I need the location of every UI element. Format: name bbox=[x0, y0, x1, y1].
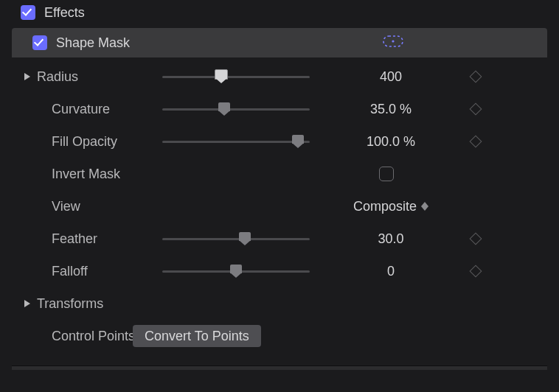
transforms-disclosure[interactable] bbox=[22, 299, 32, 308]
effects-section-header: Effects bbox=[0, 0, 559, 25]
param-row-fill-opacity: Fill Opacity 100.0 % bbox=[12, 125, 547, 158]
feather-value[interactable]: 30.0 bbox=[324, 231, 457, 247]
shape-mask-icon bbox=[382, 34, 404, 52]
transforms-label: Transforms bbox=[37, 296, 162, 312]
curvature-keyframe[interactable] bbox=[457, 105, 494, 113]
param-row-transforms: Transforms bbox=[12, 287, 547, 320]
view-label: View bbox=[37, 199, 162, 214]
updown-arrows-icon bbox=[421, 202, 428, 211]
svg-marker-5 bbox=[24, 300, 30, 307]
param-row-falloff: Falloff 0 bbox=[12, 255, 547, 287]
view-value: Composite bbox=[353, 199, 417, 214]
view-popup[interactable]: Composite bbox=[353, 199, 428, 214]
radius-keyframe[interactable] bbox=[457, 72, 494, 81]
convert-to-points-button[interactable]: Convert To Points bbox=[133, 325, 261, 347]
radius-slider[interactable] bbox=[162, 70, 310, 83]
effects-enable-checkbox[interactable] bbox=[21, 5, 35, 20]
feather-label: Feather bbox=[37, 231, 162, 247]
svg-marker-2 bbox=[24, 73, 30, 80]
param-row-feather: Feather 30.0 bbox=[12, 223, 547, 255]
panel-bottom-divider bbox=[12, 365, 547, 370]
param-row-control-points: Control Points Convert To Points bbox=[12, 320, 547, 352]
curvature-value[interactable]: 35.0 % bbox=[324, 102, 457, 117]
curvature-label: Curvature bbox=[37, 102, 162, 117]
falloff-slider[interactable] bbox=[162, 265, 310, 278]
effect-header-shape-mask[interactable]: Shape Mask bbox=[12, 28, 547, 57]
fill-opacity-keyframe[interactable] bbox=[457, 137, 494, 146]
fill-opacity-label: Fill Opacity bbox=[37, 134, 162, 150]
feather-slider[interactable] bbox=[162, 232, 310, 245]
svg-marker-4 bbox=[421, 206, 428, 211]
svg-point-1 bbox=[392, 40, 394, 42]
param-row-view: View Composite bbox=[12, 190, 547, 223]
falloff-keyframe[interactable] bbox=[457, 267, 494, 276]
invert-mask-label: Invert Mask bbox=[37, 167, 162, 182]
radius-disclosure[interactable] bbox=[22, 72, 32, 81]
feather-keyframe[interactable] bbox=[457, 234, 494, 243]
param-row-curvature: Curvature 35.0 % bbox=[12, 93, 547, 125]
param-row-radius: Radius 400 bbox=[12, 60, 547, 93]
effect-name-label: Shape Mask bbox=[56, 35, 130, 51]
fill-opacity-value[interactable]: 100.0 % bbox=[324, 134, 457, 150]
curvature-slider[interactable] bbox=[162, 102, 310, 116]
radius-label: Radius bbox=[37, 69, 162, 85]
effects-panel: Effects Shape Mask Radius 400 bbox=[0, 0, 559, 370]
shape-mask-enable-checkbox[interactable] bbox=[32, 35, 47, 50]
param-row-invert-mask: Invert Mask bbox=[12, 158, 547, 190]
fill-opacity-slider[interactable] bbox=[162, 135, 310, 148]
falloff-value[interactable]: 0 bbox=[324, 264, 457, 279]
invert-mask-checkbox[interactable] bbox=[379, 167, 394, 181]
shape-mask-params: Radius 400 Curvature 35.0 % bbox=[12, 57, 547, 360]
effects-section-title: Effects bbox=[44, 5, 85, 21]
falloff-label: Falloff bbox=[37, 264, 162, 279]
radius-value[interactable]: 400 bbox=[324, 69, 457, 85]
